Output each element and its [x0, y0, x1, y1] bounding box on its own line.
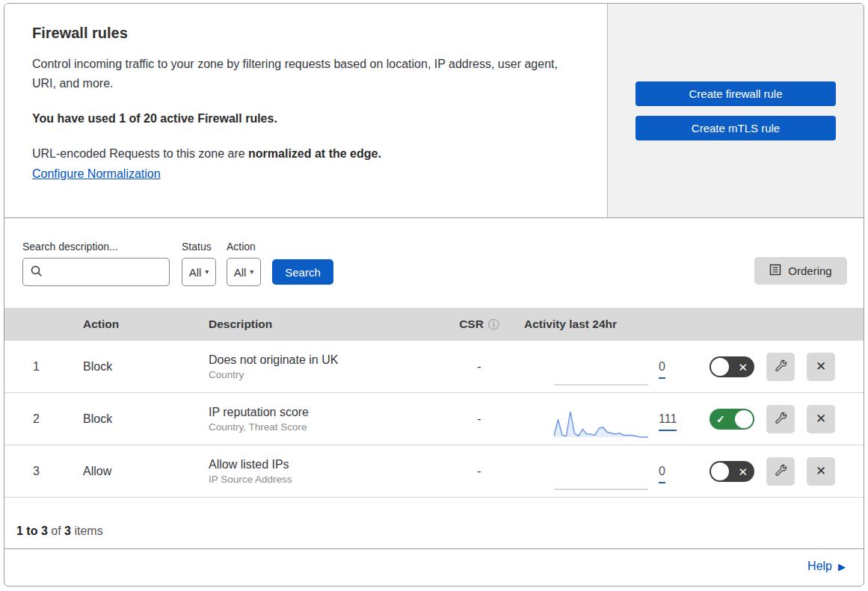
- rule-fields: Country, Threat Score: [209, 421, 434, 433]
- rule-description: IP reputation score: [209, 406, 434, 419]
- help-bar: Help ▶: [4, 549, 864, 584]
- rule-csr-value: -: [434, 412, 524, 426]
- x-icon: ✕: [738, 465, 748, 477]
- wrench-icon: [774, 359, 787, 374]
- search-label: Search description...: [22, 241, 170, 253]
- table-header: Action Description CSR ⓘ Activity last 2…: [4, 308, 864, 341]
- rule-priority: 2: [4, 412, 68, 426]
- edit-rule-button[interactable]: [766, 353, 795, 381]
- usage-text: You have used 1 of 20 active Firewall ru…: [32, 112, 577, 126]
- wrench-icon: [774, 411, 787, 427]
- status-select[interactable]: All ▾: [182, 258, 216, 286]
- configure-normalization-link[interactable]: Configure Normalization: [32, 167, 161, 180]
- toggle-knob: [735, 410, 753, 428]
- delete-rule-button[interactable]: ✕: [807, 353, 835, 381]
- activity-count-link[interactable]: 111: [659, 412, 677, 431]
- column-csr: CSR ⓘ: [434, 318, 524, 332]
- create-mtls-rule-button[interactable]: Create mTLS rule: [635, 116, 836, 140]
- header-section: Firewall rules Control incoming traffic …: [4, 4, 864, 218]
- edit-rule-button[interactable]: [766, 457, 795, 486]
- pagination-summary: 1 to 3 of 3 items: [4, 498, 864, 549]
- activity-count-link[interactable]: 0: [659, 465, 665, 483]
- chevron-down-icon: ▾: [205, 268, 209, 276]
- activity-sparkline: [554, 409, 648, 439]
- help-link[interactable]: Help ▶: [807, 560, 846, 573]
- arrow-right-icon: ▶: [838, 561, 846, 572]
- action-select[interactable]: All ▾: [227, 258, 261, 286]
- delete-rule-button[interactable]: ✕: [807, 405, 835, 433]
- action-label: Action: [227, 241, 261, 253]
- info-icon[interactable]: ⓘ: [488, 318, 499, 332]
- toggle-knob: [711, 358, 729, 376]
- table-row: 3 Allow Allow listed IPs IP Source Addre…: [4, 445, 864, 498]
- ordering-icon: [769, 264, 781, 278]
- rule-enabled-toggle[interactable]: ✓ ✕: [710, 461, 754, 482]
- page-description: Control incoming traffic to your zone by…: [32, 55, 577, 94]
- edit-rule-button[interactable]: [766, 405, 795, 433]
- create-firewall-rule-button[interactable]: Create firewall rule: [635, 81, 836, 106]
- normalization-text: URL-encoded Requests to this zone are no…: [32, 147, 577, 161]
- close-icon: ✕: [816, 359, 826, 374]
- rule-enabled-toggle[interactable]: ✓ ✕: [710, 409, 754, 430]
- rule-priority: 3: [4, 465, 68, 478]
- rule-enabled-toggle[interactable]: ✓ ✕: [710, 356, 754, 377]
- rule-description: Allow listed IPs: [209, 458, 434, 471]
- wrench-icon: [774, 463, 787, 479]
- rule-action: Block: [68, 412, 194, 426]
- rule-csr-value: -: [434, 465, 524, 478]
- close-icon: ✕: [816, 463, 826, 479]
- check-icon: ✓: [716, 414, 725, 424]
- delete-rule-button[interactable]: ✕: [807, 457, 835, 486]
- ordering-button[interactable]: Ordering: [754, 257, 847, 285]
- search-group: Search description...: [22, 241, 170, 286]
- normalization-text-bold: normalized at the edge.: [248, 147, 381, 160]
- rule-action: Allow: [68, 465, 194, 478]
- activity-count-link[interactable]: 0: [659, 360, 665, 379]
- x-icon: ✕: [738, 361, 748, 372]
- table-row: 1 Block Does not originate in UK Country…: [4, 341, 864, 393]
- status-filter-group: Status All ▾: [182, 241, 216, 286]
- status-label: Status: [182, 241, 216, 253]
- table-row: 2 Block IP reputation score Country, Thr…: [4, 393, 864, 445]
- search-input[interactable]: [22, 258, 170, 286]
- toggle-knob: [711, 462, 729, 480]
- rule-fields: IP Source Address: [209, 474, 434, 485]
- action-filter-group: Action All ▾: [227, 241, 261, 286]
- filter-bar: Search description... Status All ▾ Actio…: [4, 218, 864, 308]
- rule-csr-value: -: [434, 360, 524, 374]
- rule-fields: Country: [209, 369, 434, 380]
- column-activity: Activity last 24hr: [524, 318, 659, 331]
- action-select-value: All: [234, 266, 247, 279]
- ordering-label: Ordering: [788, 264, 831, 277]
- activity-sparkline: [554, 356, 648, 386]
- rule-description: Does not originate in UK: [209, 353, 434, 367]
- rule-action: Block: [68, 360, 194, 374]
- search-icon: [31, 265, 43, 280]
- activity-sparkline: [554, 461, 648, 491]
- search-button[interactable]: Search: [272, 259, 333, 285]
- rule-priority: 1: [4, 360, 68, 374]
- chevron-down-icon: ▾: [250, 268, 253, 276]
- status-select-value: All: [189, 266, 202, 279]
- firewall-rules-card: Firewall rules Control incoming traffic …: [4, 3, 864, 587]
- item-total: 3: [64, 525, 71, 537]
- column-action: Action: [68, 318, 194, 331]
- item-range: 1 to 3: [16, 525, 48, 537]
- column-description: Description: [194, 318, 434, 331]
- close-icon: ✕: [816, 411, 826, 427]
- header-text-panel: Firewall rules Control incoming traffic …: [4, 4, 608, 217]
- page-title: Firewall rules: [32, 25, 577, 42]
- normalization-text-plain: URL-encoded Requests to this zone are: [32, 147, 245, 160]
- actions-panel: Create firewall rule Create mTLS rule: [608, 4, 864, 217]
